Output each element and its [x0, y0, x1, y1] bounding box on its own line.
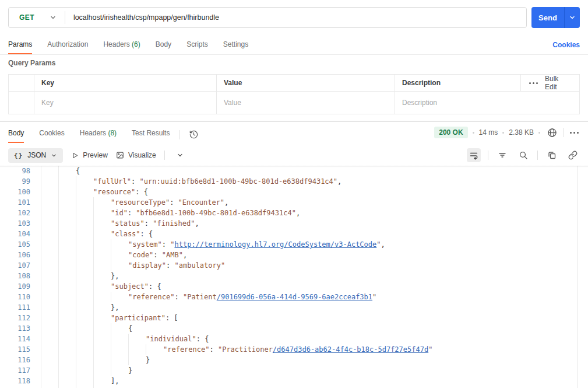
- json-link[interactable]: /d647d3d6-ab62-4f4c-b18c-5d7f27e5f47d: [273, 345, 428, 354]
- indent-guide: [93, 218, 111, 229]
- tab-settings[interactable]: Settings: [223, 40, 248, 54]
- row-handle-cell[interactable]: [9, 92, 34, 114]
- tab-headers[interactable]: Headers (6): [103, 40, 140, 54]
- method-select[interactable]: GET: [9, 13, 65, 22]
- code-line: 110"reference": "Patient/901699d6-056a-4…: [0, 292, 588, 302]
- line-number: 113: [0, 324, 30, 333]
- indent-guide: [76, 197, 93, 208]
- indent-guide: [58, 323, 76, 334]
- line-number: 114: [0, 335, 30, 343]
- more-options-icon[interactable]: [569, 132, 580, 134]
- globe-icon[interactable]: [545, 125, 559, 139]
- indent-guide: [58, 187, 76, 197]
- code-line: 105"system": "http://terminology.hl7.org…: [0, 239, 588, 250]
- json-link[interactable]: /901699d6-056a-414d-9569-6ae2cceaf3b1: [217, 293, 372, 301]
- link-icon[interactable]: [566, 148, 580, 162]
- expand-format-icon[interactable]: [173, 148, 187, 162]
- send-button[interactable]: Send: [531, 7, 564, 28]
- line-number: 103: [0, 219, 30, 228]
- indent-guide: [41, 281, 58, 292]
- tab-body[interactable]: Body: [156, 40, 171, 54]
- code-text: {: [76, 167, 80, 175]
- indent-guide: [41, 365, 58, 376]
- line-number: 105: [0, 240, 30, 249]
- select-all-cell[interactable]: [9, 75, 34, 92]
- code-text: : {: [135, 188, 148, 196]
- indent-guide: [41, 218, 58, 229]
- json-link[interactable]: http://terminology.hl7.org/CodeSystem/v3…: [174, 240, 376, 249]
- indent-guide: [76, 355, 93, 365]
- status-badge[interactable]: 200 OK: [434, 127, 467, 138]
- indent-guide: [58, 376, 76, 386]
- request-tabs-row: Params Authorization Headers (6) Body Sc…: [0, 36, 588, 55]
- indent-guide: [76, 281, 93, 292]
- code-text: "individual": [146, 335, 196, 343]
- param-key-input[interactable]: Key: [34, 92, 217, 114]
- format-select[interactable]: {} JSON: [8, 148, 63, 163]
- indent-guide: [76, 239, 93, 250]
- tab-scripts[interactable]: Scripts: [186, 40, 208, 54]
- tab-response-cookies[interactable]: Cookies: [39, 129, 64, 143]
- chevron-down-icon: [569, 14, 576, 21]
- chevron-down-icon: [51, 152, 57, 159]
- code-text: : [: [166, 314, 178, 322]
- code-text: "status": [111, 219, 145, 228]
- code-text: },: [111, 272, 119, 280]
- wrap-text-icon[interactable]: [467, 148, 481, 162]
- divider: [488, 151, 488, 160]
- copy-icon[interactable]: [545, 148, 559, 162]
- query-params-table: Key Value Description Bulk Edit Key Valu…: [8, 74, 580, 114]
- response-meta: 200 OK 14 ms 2.38 KB: [434, 125, 580, 143]
- visualize-button[interactable]: Visualize: [116, 151, 156, 159]
- code-text: "fullUrl": [93, 177, 131, 186]
- indent-guide: [76, 365, 93, 376]
- indent-guide: [41, 187, 58, 197]
- indent-guide: [111, 292, 128, 302]
- code-line: 103"status": "finished",: [0, 218, 588, 229]
- param-value-input[interactable]: Value: [217, 92, 395, 114]
- indent-guide: [41, 176, 58, 187]
- response-body-viewer[interactable]: 98{99"fullUrl": "urn:uuid:bfb6e8d1-100b-…: [0, 166, 588, 388]
- indent-guide: [58, 344, 76, 355]
- code-text: :: [131, 177, 139, 186]
- format-label: JSON: [27, 151, 46, 159]
- code-line: 112"participant": [: [0, 313, 588, 323]
- query-params-title: Query Params: [8, 59, 55, 67]
- indent-guide: [58, 208, 76, 218]
- cookies-link[interactable]: Cookies: [552, 41, 580, 49]
- history-icon[interactable]: [186, 128, 200, 142]
- bulk-edit-button[interactable]: Bulk Edit: [521, 75, 579, 92]
- indent-guide: [58, 271, 76, 281]
- filter-icon[interactable]: [495, 148, 509, 162]
- code-text: },: [111, 303, 119, 312]
- indent-guide: [58, 176, 76, 187]
- headers-count: (6): [132, 40, 140, 48]
- send-options-button[interactable]: [564, 7, 580, 28]
- tab-params[interactable]: Params: [8, 40, 32, 54]
- code-text: "Patient: [183, 293, 217, 301]
- line-number: 116: [0, 356, 30, 364]
- tab-test-results[interactable]: Test Results: [132, 129, 170, 143]
- response-time: 14 ms: [479, 128, 498, 137]
- code-line: 116}: [0, 355, 588, 365]
- code-text: ,: [183, 251, 187, 259]
- indent-guide: [111, 334, 128, 344]
- indent-guide: [41, 323, 58, 334]
- indent-guide: [93, 271, 111, 281]
- preview-button[interactable]: Preview: [71, 151, 108, 159]
- tab-authorization[interactable]: Authorization: [47, 40, 88, 54]
- tab-response-headers[interactable]: Headers (8): [80, 129, 117, 143]
- tab-response-body[interactable]: Body: [8, 129, 24, 143]
- param-description-input[interactable]: Description: [395, 92, 579, 114]
- code-line: 102"id": "bfb6e8d1-100b-49bc-801d-e638df…: [0, 208, 588, 218]
- search-icon[interactable]: [516, 148, 530, 162]
- method-url-container: GET localhost/irishealth/csp/mpapp/gen/f…: [8, 7, 527, 28]
- indent-guide: [111, 344, 128, 355]
- chevron-down-icon: [50, 14, 57, 21]
- url-input[interactable]: localhost/irishealth/csp/mpapp/gen/fhirb…: [65, 13, 526, 22]
- indent-guide: [58, 292, 76, 302]
- code-text: : {: [149, 282, 161, 291]
- pane-splitter[interactable]: [0, 121, 588, 122]
- indent-guide: [58, 218, 76, 229]
- line-number: 117: [0, 366, 30, 375]
